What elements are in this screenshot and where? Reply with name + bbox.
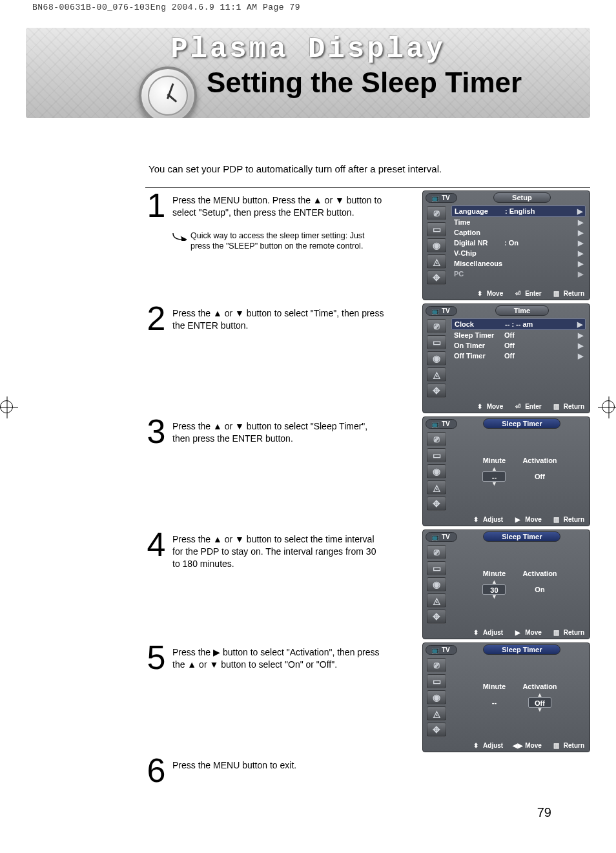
chevron-right-icon: ▶ [577,331,583,340]
osd-side-icons: ⎚ ▭ ◉ ◬ ✥ [423,656,450,739]
menu-row[interactable]: Time▶ [451,217,586,227]
menu-value: Off [504,352,577,360]
menu-label: Sleep Timer [454,331,504,339]
menu-label: Clock [455,320,505,328]
channel-icon: ◬ [427,254,446,269]
registration-mark-right [602,400,616,415]
setup-icon: ✥ [427,610,446,624]
updown-icon: ⬍ [471,515,480,523]
return-icon: ▥ [552,515,561,523]
menu-value: : English [505,207,576,215]
menu-label: V-Chip [454,249,504,257]
step-number: 6 [145,755,167,786]
step-text: Press the ▲ or ▼ button to select "Sleep… [172,421,367,444]
minute-label: Minute [482,457,506,464]
intro-text: You can set your PDP to automatically tu… [149,163,590,174]
return-icon: ▥ [552,289,561,297]
updown-icon: ⬍ [475,402,484,410]
chevron-right-icon: ▶ [577,229,583,237]
move-icon: ▶ [513,628,522,636]
move-icon: ▶ [513,515,522,523]
enter-icon: ⏎ [513,402,522,410]
menu-row[interactable]: Caption▶ [451,227,586,238]
osd-title: Setup [493,192,551,203]
osd-title: Sleep Timer [483,531,560,542]
osd-footer: ⬍Move ⏎Enter ▥Return [423,287,590,298]
step-number: 5 [145,642,167,673]
setup-icon: ✥ [427,271,446,285]
input-icon: ⎚ [427,432,446,446]
channel-icon: ◬ [427,480,446,495]
chevron-right-icon: ▶ [577,352,583,360]
enter-icon: ⏎ [513,289,522,297]
sound-icon: ◉ [427,464,446,478]
activation-col[interactable]: Activation ▲Off▼ [522,683,557,712]
menu-value: -- : -- am [505,320,576,328]
activation-col[interactable]: Activation On [522,570,557,599]
menu-row[interactable]: Clock-- : -- am▶ [451,318,586,330]
step-number: 2 [145,303,167,334]
updown-icon: ⬍ [475,289,484,297]
menu-value: : On [504,239,577,247]
sound-icon: ◉ [427,351,446,365]
input-icon: ⎚ [427,206,446,220]
page-number: 79 [26,805,551,820]
chevron-right-icon: ▶ [577,342,583,350]
picture-icon: ▭ [427,561,446,575]
tv-pill: 📺TV [426,532,457,542]
minute-col[interactable]: Minute ▲--▼ [482,457,506,486]
osd-setup: 📺TV Setup ⎚ ▭ ◉ ◬ ✥ Language: English▶Ti… [422,190,590,300]
step-number: 1 [145,190,167,221]
osd-sleep-timer: 📺TV Sleep Timer ⎚ ▭ ◉ ◬ ✥ Minute -- Acti… [422,642,590,752]
menu-label: Miscellaneous [454,260,504,267]
osd-side-icons: ⎚ ▭ ◉ ◬ ✥ [423,204,450,287]
return-icon: ▥ [552,741,561,749]
menu-row[interactable]: Miscellaneous▶ [451,258,586,269]
step-4: 4 Press the ▲ or ▼ button to select the … [145,527,590,640]
minute-col[interactable]: Minute -- [482,683,506,712]
channel-icon: ◬ [427,706,446,721]
setup-icon: ✥ [427,497,446,511]
step-text: Press the ▶ button to select "Activation… [172,647,380,670]
menu-row[interactable]: On TimerOff▶ [451,340,586,351]
activation-label: Activation [522,570,557,577]
osd-sleep-timer: 📺TV Sleep Timer ⎚ ▭ ◉ ◬ ✥ Minute ▲--▼ Ac… [422,416,590,526]
step-text: Press the MENU button. Press the ▲ or ▼ … [172,195,382,218]
picture-icon: ▭ [427,448,446,462]
menu-label: Time [454,218,504,226]
registration-mark-left [0,400,14,415]
menu-label: On Timer [454,342,504,349]
activation-col[interactable]: Activation Off [522,457,557,486]
menu-label: Off Timer [454,352,504,360]
minute-col[interactable]: Minute ▲30▼ [482,570,506,599]
osd-footer: ⬍Adjust ◀▶Move ▥Return [423,739,590,750]
input-icon: ⎚ [427,545,446,559]
menu-row[interactable]: V-Chip▶ [451,248,586,258]
osd-title: Sleep Timer [483,644,560,655]
menu-value: Off [504,342,577,349]
setup-icon: ✥ [427,723,446,737]
osd-footer: ⬍Adjust ▶Move ▥Return [423,626,590,637]
menu-row[interactable]: Language: English▶ [451,205,586,217]
osd-side-icons: ⎚ ▭ ◉ ◬ ✥ [423,430,450,513]
menu-row[interactable]: Digital NR: On▶ [451,238,586,248]
osd-footer: ⬍Adjust ▶Move ▥Return [423,513,590,524]
menu-row[interactable]: Off TimerOff▶ [451,351,586,361]
menu-row[interactable]: PC▶ [451,269,586,279]
brand-title: Plasma Display [26,33,590,65]
menu-row[interactable]: Sleep TimerOff▶ [451,330,586,340]
activation-label: Activation [522,683,557,690]
sound-icon: ◉ [427,238,446,252]
minute-label: Minute [482,570,506,577]
osd-title: Sleep Timer [483,418,560,429]
osd-side-icons: ⎚ ▭ ◉ ◬ ✥ [423,317,450,400]
step-number: 4 [145,529,167,560]
osd-footer: ⬍Move ⏎Enter ▥Return [423,400,590,411]
osd-sleep-timer: 📺TV Sleep Timer ⎚ ▭ ◉ ◬ ✥ Minute ▲30▼ Ac… [422,529,590,639]
return-icon: ▥ [552,402,561,410]
minute-label: Minute [482,683,506,690]
return-icon: ▥ [552,628,561,636]
print-header: BN68-00631B-00_076-103Eng 2004.6.9 11:1 … [0,0,616,15]
updown-icon: ⬍ [471,741,480,749]
osd-time: 📺TV Time ⎚ ▭ ◉ ◬ ✥ Clock-- : -- am▶Sleep… [422,303,590,413]
